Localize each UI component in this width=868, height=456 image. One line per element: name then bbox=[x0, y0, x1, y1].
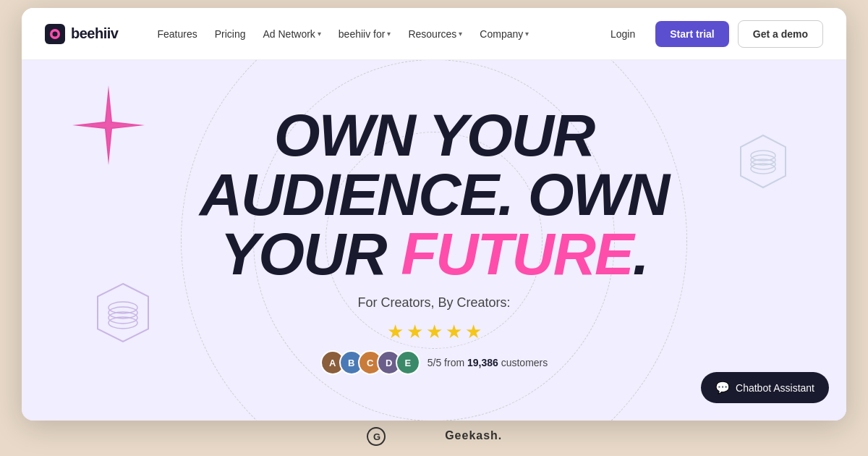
nav-ad-network[interactable]: Ad Network ▾ bbox=[255, 24, 328, 44]
star-1: ★ bbox=[387, 321, 404, 343]
nav-resources[interactable]: Resources ▾ bbox=[401, 24, 469, 44]
chevron-icon: ▾ bbox=[525, 30, 529, 38]
chevron-icon: ▾ bbox=[459, 30, 462, 38]
star-5: ★ bbox=[465, 321, 482, 343]
nav-beehiiv-for[interactable]: beehiiv for ▾ bbox=[331, 24, 399, 44]
avatar-5: E bbox=[396, 350, 420, 375]
chatbot-button[interactable]: 💬 Chatbot Assistant bbox=[701, 372, 829, 403]
avatars: A B C D E bbox=[320, 350, 420, 375]
deco-hex-right bbox=[738, 132, 788, 193]
login-button[interactable]: Login bbox=[599, 22, 647, 46]
nav-links: Features Pricing Ad Network ▾ beehiiv fo… bbox=[150, 24, 579, 44]
svg-text:G: G bbox=[373, 431, 381, 442]
nav-pricing[interactable]: Pricing bbox=[208, 24, 253, 44]
hero-subtext: For Creators, By Creators: bbox=[200, 295, 668, 311]
customer-count: 19,386 bbox=[467, 357, 498, 368]
hero-section: OWN YOUR AUDIENCE. OWN YOUR FUTURE. For … bbox=[22, 60, 846, 421]
star-2: ★ bbox=[407, 321, 423, 343]
nav-features[interactable]: Features bbox=[150, 24, 204, 44]
start-trial-button[interactable]: Start trial bbox=[655, 21, 728, 47]
watermark: G Geekash. bbox=[366, 421, 503, 448]
svg-marker-8 bbox=[741, 135, 786, 187]
get-demo-button[interactable]: Get a demo bbox=[738, 20, 823, 48]
hero-content: OWN YOUR AUDIENCE. OWN YOUR FUTURE. For … bbox=[200, 106, 668, 375]
browser-window: beehiiv Features Pricing Ad Network ▾ be… bbox=[22, 8, 846, 421]
svg-marker-3 bbox=[98, 284, 148, 342]
star-3: ★ bbox=[426, 321, 443, 343]
deco-hex-left bbox=[94, 280, 152, 348]
chevron-icon: ▾ bbox=[387, 30, 391, 38]
stars-row: ★ ★ ★ ★ ★ bbox=[200, 321, 668, 343]
logo-icon bbox=[45, 24, 65, 44]
deco-star bbox=[65, 82, 152, 172]
star-4: ★ bbox=[446, 321, 462, 343]
rating-text: 5/5 from 19,386 customers bbox=[427, 357, 548, 368]
chat-icon: 💬 bbox=[715, 381, 730, 394]
nav-actions: Login Start trial Get a demo bbox=[599, 20, 823, 48]
navbar: beehiiv Features Pricing Ad Network ▾ be… bbox=[22, 8, 846, 60]
svg-point-2 bbox=[53, 31, 58, 36]
logo-text: beehiiv bbox=[71, 25, 118, 42]
social-proof: A B C D E 5/5 from 19,386 customers bbox=[200, 350, 668, 375]
logo[interactable]: beehiiv bbox=[45, 24, 118, 44]
chevron-icon: ▾ bbox=[318, 30, 321, 38]
hero-headline: OWN YOUR AUDIENCE. OWN YOUR FUTURE. bbox=[200, 106, 668, 284]
nav-company[interactable]: Company ▾ bbox=[472, 24, 536, 44]
